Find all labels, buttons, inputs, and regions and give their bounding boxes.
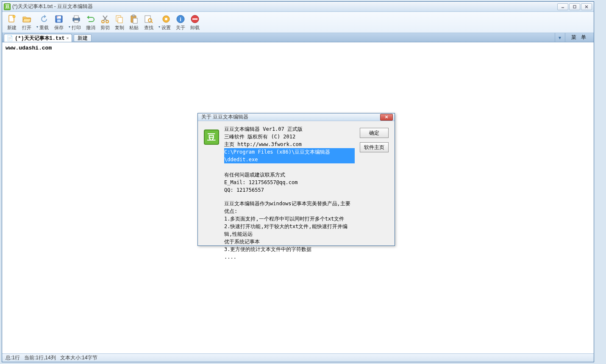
- about-exe-path[interactable]: C:\Program Files (x86)\豆豆文本编辑器\ddedit.ex…: [224, 148, 355, 163]
- tab-active[interactable]: 📄 (*)天天记事本1.txt ✕: [4, 34, 72, 42]
- about-desc-line: 优于系统记事本: [224, 238, 355, 245]
- tab-label: (*)天天记事本1.txt: [15, 35, 65, 42]
- homepage-button[interactable]: 软件主页: [360, 142, 389, 152]
- minimize-button[interactable]: [557, 3, 568, 10]
- file-icon: 📄: [7, 35, 13, 41]
- editor-content: www.udashi.com: [6, 45, 52, 51]
- save-button[interactable]: 保存 ▾: [51, 13, 69, 32]
- print-icon: [71, 14, 81, 24]
- dialog-body: 豆 豆豆文本编辑器 Ver1.07 正式版 三峰软件 版权所有 (C) 2012…: [198, 121, 395, 265]
- undo-button[interactable]: 撤消: [83, 13, 98, 32]
- svg-text:i: i: [180, 16, 181, 22]
- app-icon: 豆: [204, 130, 219, 145]
- new-tab-button[interactable]: 新建: [74, 34, 92, 42]
- about-desc-line: ....: [224, 253, 355, 261]
- chevron-down-icon: ▾: [559, 35, 561, 41]
- titlebar: 豆 (*)天天记事本1.txt - 豆豆文本编辑器: [2, 2, 594, 12]
- ok-button[interactable]: 确定: [360, 128, 389, 138]
- menu-button[interactable]: 菜 单: [565, 33, 594, 42]
- about-button[interactable]: i 关于: [173, 13, 188, 32]
- app-icon: 豆: [4, 3, 11, 10]
- dialog-close-button[interactable]: ✕: [380, 114, 393, 121]
- window-controls: [557, 3, 592, 10]
- folder-open-icon: [22, 14, 32, 24]
- svg-rect-20: [132, 15, 135, 17]
- reload-button[interactable]: 重载: [37, 13, 51, 32]
- cut-button[interactable]: 剪切: [98, 13, 112, 32]
- dialog-titlebar: 关于 豆豆文本编辑器 ✕: [198, 113, 395, 121]
- settings-button[interactable]: 设置: [159, 13, 173, 32]
- status-filesize: 文本大小:14字节: [60, 354, 98, 361]
- about-email: E_Mail: 121756557@qq.com: [224, 179, 355, 186]
- undo-icon: [86, 14, 96, 24]
- svg-rect-7: [57, 16, 61, 19]
- print-button[interactable]: 打印: [69, 13, 83, 32]
- dialog-buttons: 确定 软件主页: [360, 125, 389, 261]
- info-icon: i: [175, 14, 186, 24]
- svg-rect-1: [573, 6, 576, 8]
- new-button[interactable]: 新建: [5, 13, 19, 32]
- uninstall-icon: [190, 14, 200, 24]
- svg-rect-30: [192, 18, 197, 19]
- tab-close-button[interactable]: ✕: [67, 36, 69, 41]
- tab-list-dropdown[interactable]: ▾: [555, 33, 565, 42]
- find-button[interactable]: 查找 ▾: [141, 13, 159, 32]
- maximize-button[interactable]: [569, 3, 580, 10]
- about-homepage: 主页 http://www.3fwork.com: [224, 141, 355, 148]
- file-new-icon: [7, 14, 17, 24]
- tabstrip: 📄 (*)天天记事本1.txt ✕ 新建 ▾ 菜 单: [2, 33, 594, 42]
- about-desc-line: 豆豆文本编辑器作为windows记事本完美替换产品,主要优点:: [224, 200, 355, 215]
- dialog-title: 关于 豆豆文本编辑器: [200, 113, 380, 121]
- about-desc-line: 2.快速打开功能,对于较大的txt文件,能快速打开并编辑,性能远远: [224, 223, 355, 238]
- status-current-pos: 当前:1行,14列: [24, 354, 56, 361]
- about-copyright: 三峰软件 版权所有 (C) 2012: [224, 133, 355, 141]
- about-version: 豆豆文本编辑器 Ver1.07 正式版: [224, 125, 355, 133]
- reload-icon: [39, 14, 49, 24]
- open-button[interactable]: 打开 ▾: [19, 13, 37, 32]
- svg-point-5: [13, 15, 15, 18]
- svg-rect-12: [74, 20, 78, 22]
- copy-icon: [114, 14, 125, 24]
- paste-icon: [129, 14, 139, 24]
- copy-button[interactable]: 复制: [112, 13, 127, 32]
- toolbar: 新建 打开 ▾ 重载 保存 ▾ 打印: [2, 12, 594, 33]
- window-title: (*)天天记事本1.txt - 豆豆文本编辑器: [12, 3, 556, 10]
- svg-rect-8: [57, 19, 61, 22]
- svg-rect-11: [74, 16, 78, 18]
- about-desc-line: 3.更方便的统计文本文件中的字符数据: [224, 245, 355, 253]
- svg-rect-21: [133, 18, 137, 23]
- cut-icon: [100, 14, 110, 24]
- search-icon: [144, 14, 154, 24]
- svg-point-9: [57, 17, 58, 17]
- close-button[interactable]: [581, 3, 592, 10]
- svg-point-26: [165, 18, 167, 20]
- about-dialog: 关于 豆豆文本编辑器 ✕ 豆 豆豆文本编辑器 Ver1.07 正式版 三峰软件 …: [197, 113, 395, 246]
- uninstall-button[interactable]: 卸载: [188, 13, 202, 32]
- about-desc-line: 1.多页面支持,一个程序中可以同时打开多个txt文件: [224, 215, 355, 223]
- about-contact-header: 有任何问题或建议联系方式: [224, 171, 355, 179]
- statusbar: 总:1行 当前:1行,14列 文本大小:14字节: [2, 353, 594, 362]
- svg-rect-18: [118, 17, 122, 23]
- about-qq: QQ: 121756557: [224, 186, 355, 194]
- dialog-info: 豆豆文本编辑器 Ver1.07 正式版 三峰软件 版权所有 (C) 2012 主…: [224, 125, 355, 261]
- save-icon: [54, 14, 64, 24]
- status-total-lines: 总:1行: [6, 354, 20, 361]
- paste-button[interactable]: 粘贴: [127, 13, 141, 32]
- gear-icon: [161, 14, 171, 24]
- svg-line-24: [151, 22, 153, 23]
